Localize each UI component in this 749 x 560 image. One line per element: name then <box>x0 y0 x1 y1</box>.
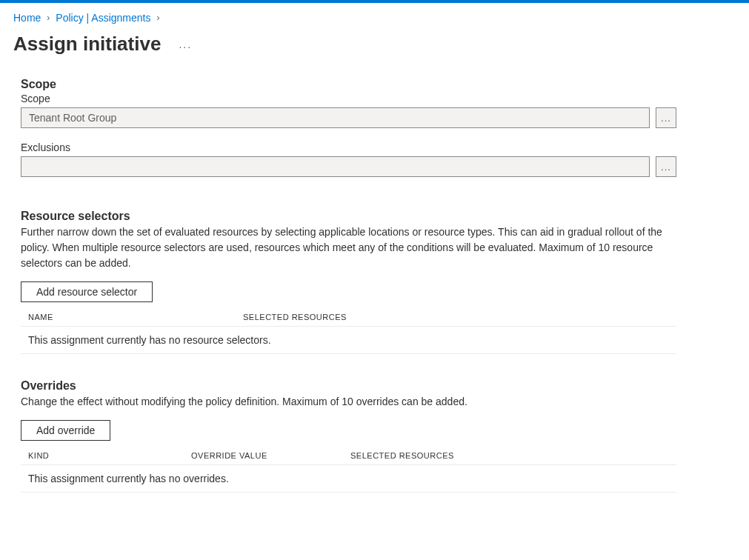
column-name: NAME <box>28 313 243 321</box>
resource-selectors-empty-row: This assignment currently has no resourc… <box>21 326 676 354</box>
exclusions-input-row: ... <box>21 156 676 177</box>
column-kind: KIND <box>28 451 191 460</box>
exclusions-picker-button[interactable]: ... <box>656 156 676 177</box>
overrides-empty-row: This assignment currently has no overrid… <box>21 464 676 493</box>
add-override-button[interactable]: Add override <box>21 420 110 441</box>
more-menu-icon[interactable]: ... <box>176 36 195 53</box>
scope-heading: Scope <box>21 78 676 91</box>
form-area: Scope Scope ... Exclusions ... Resource … <box>13 78 736 493</box>
breadcrumb-policy-assignments[interactable]: Policy | Assignments <box>56 12 150 24</box>
exclusions-field-label: Exclusions <box>21 141 676 153</box>
column-override-value: OVERRIDE VALUE <box>191 451 350 460</box>
chevron-right-icon: › <box>47 13 50 23</box>
resource-selectors-heading: Resource selectors <box>21 210 676 223</box>
overrides-desc: Change the effect without modifying the … <box>21 394 676 410</box>
exclusions-input[interactable] <box>21 156 650 177</box>
main-content: Home › Policy | Assignments › Assign ini… <box>0 3 749 507</box>
breadcrumb-home[interactable]: Home <box>13 12 41 24</box>
page-title: Assign initiative <box>13 33 161 56</box>
overrides-table-header: KIND OVERRIDE VALUE SELECTED RESOURCES <box>21 445 676 464</box>
chevron-right-icon: › <box>157 13 160 23</box>
page-title-row: Assign initiative ... <box>13 33 736 56</box>
scope-input[interactable] <box>21 107 650 128</box>
resource-selectors-desc: Further narrow down the set of evaluated… <box>21 224 676 271</box>
add-resource-selector-button[interactable]: Add resource selector <box>21 281 153 302</box>
scope-input-row: ... <box>21 107 676 128</box>
scope-field-label: Scope <box>21 93 676 104</box>
column-selected-resources: SELECTED RESOURCES <box>350 451 669 460</box>
resource-selectors-table-header: NAME SELECTED RESOURCES <box>21 307 676 326</box>
overrides-heading: Overrides <box>21 379 676 393</box>
column-selected-resources: SELECTED RESOURCES <box>243 313 669 321</box>
breadcrumb: Home › Policy | Assignments › <box>13 12 736 24</box>
scope-picker-button[interactable]: ... <box>656 107 676 128</box>
